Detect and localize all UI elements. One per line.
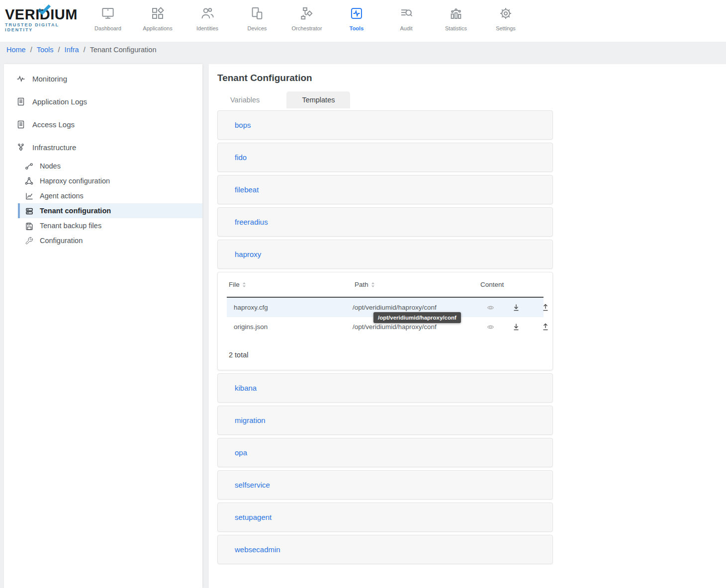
sidebar-item-label: Configuration xyxy=(40,237,83,245)
nav-label: Applications xyxy=(143,25,172,31)
template-section-freeradius[interactable]: freeradius xyxy=(217,207,553,237)
sidebar-item-label: Agent actions xyxy=(40,192,84,200)
nav-identities[interactable]: Identities xyxy=(182,0,232,42)
infrastructure-icon xyxy=(16,143,25,152)
main-content: Tenant Configuration Variables Templates… xyxy=(209,64,726,588)
breadcrumb-tools-link[interactable]: Tools xyxy=(37,46,54,54)
sort-icon[interactable] xyxy=(242,282,246,288)
nodes-icon xyxy=(25,162,33,170)
template-section-opa[interactable]: opa xyxy=(217,438,553,467)
monitoring-pulse-icon xyxy=(16,75,25,83)
sidebar-item-nodes[interactable]: Nodes xyxy=(18,159,202,173)
template-section-kibana[interactable]: kibana xyxy=(217,373,553,403)
sidebar-item-infrastructure[interactable]: Infrastructure xyxy=(4,136,202,159)
template-section-setupagent[interactable]: setupagent xyxy=(217,503,553,532)
upload-button[interactable] xyxy=(529,323,562,332)
upload-icon xyxy=(541,303,550,312)
nav-settings[interactable]: Settings xyxy=(481,0,531,42)
template-link[interactable]: kibana xyxy=(235,384,257,392)
download-icon xyxy=(512,323,521,332)
file-table-header: File Path Content xyxy=(227,272,544,298)
nav-label: Tools xyxy=(350,25,364,31)
sidebar-item-application-logs[interactable]: Application Logs xyxy=(4,90,202,113)
upload-button[interactable] xyxy=(529,303,562,312)
template-link[interactable]: haproxy xyxy=(235,250,261,258)
nav-label: Audit xyxy=(400,25,412,31)
template-section-websecadmin[interactable]: websecadmin xyxy=(217,535,553,564)
nav-label: Dashboard xyxy=(94,25,121,31)
breadcrumb-current: Tenant Configuration xyxy=(90,46,157,54)
download-icon xyxy=(512,303,521,312)
nav-tools[interactable]: Tools xyxy=(332,0,381,42)
template-section-filebeat[interactable]: filebeat xyxy=(217,175,553,204)
nav-dashboard[interactable]: Dashboard xyxy=(83,0,133,42)
template-link[interactable]: migration xyxy=(235,416,266,424)
sidebar-item-label: Monitoring xyxy=(32,75,67,83)
template-link[interactable]: setupagent xyxy=(235,513,272,521)
server-stack-icon xyxy=(25,207,33,215)
sidebar-item-monitoring[interactable]: Monitoring xyxy=(4,67,202,90)
nav-devices[interactable]: Devices xyxy=(232,0,282,42)
veridium-logo[interactable]: VERIDIUM TRUSTED DIGITAL IDENTITY xyxy=(5,7,85,32)
upload-icon xyxy=(541,323,550,332)
sidebar-item-label: Nodes xyxy=(40,162,61,170)
view-content-button[interactable] xyxy=(477,304,503,312)
nav-applications[interactable]: Applications xyxy=(133,0,182,42)
sidebar-item-label: Haproxy configuration xyxy=(40,177,110,185)
breadcrumb-home-link[interactable]: Home xyxy=(6,46,26,54)
nav-label: Statistics xyxy=(445,25,467,31)
sidebar-item-label: Tenant configuration xyxy=(40,207,111,215)
page-title: Tenant Configuration xyxy=(217,73,726,84)
sidebar-item-access-logs[interactable]: Access Logs xyxy=(4,113,202,136)
haproxy-nodes-icon xyxy=(25,177,33,185)
nav-statistics[interactable]: Statistics xyxy=(431,0,481,42)
sort-icon[interactable] xyxy=(371,282,375,288)
file-path: /opt/veridiumid/haproxy/conf xyxy=(353,323,477,331)
document-icon xyxy=(16,97,25,106)
breadcrumb-separator: / xyxy=(84,46,86,54)
sidebar-item-agent-actions[interactable]: Agent actions xyxy=(18,188,202,203)
statistics-icon xyxy=(449,6,463,21)
column-header-path[interactable]: Path xyxy=(353,281,477,288)
column-header-file[interactable]: File xyxy=(227,281,353,288)
template-link[interactable]: freeradius xyxy=(235,218,268,226)
nav-audit[interactable]: Audit xyxy=(381,0,431,42)
audit-icon xyxy=(399,6,414,21)
logo-check-icon xyxy=(35,3,52,16)
document-icon xyxy=(16,120,25,129)
template-link[interactable]: fido xyxy=(235,153,247,162)
template-section-selfservice[interactable]: selfservice xyxy=(217,470,553,500)
download-button[interactable] xyxy=(503,323,529,332)
settings-gear-icon xyxy=(498,6,513,21)
template-link[interactable]: filebeat xyxy=(235,185,259,194)
template-section-migration[interactable]: migration xyxy=(217,406,553,435)
column-header-content: Content xyxy=(477,281,544,288)
wrench-icon xyxy=(25,237,33,245)
breadcrumb-infra-link[interactable]: Infra xyxy=(65,46,79,54)
template-section-fido[interactable]: fido xyxy=(217,143,553,172)
tab-variables[interactable]: Variables xyxy=(217,91,272,108)
template-section-haproxy[interactable]: haproxy xyxy=(217,240,553,269)
identities-icon xyxy=(200,6,215,21)
eye-icon xyxy=(486,323,495,331)
template-link[interactable]: selfservice xyxy=(235,481,270,489)
nav-orchestrator[interactable]: Orchestrator xyxy=(282,0,332,42)
view-content-button[interactable] xyxy=(477,323,503,331)
eye-icon xyxy=(486,304,495,312)
breadcrumb-separator: / xyxy=(58,46,60,54)
template-link[interactable]: opa xyxy=(235,448,247,457)
dashboard-icon xyxy=(100,6,115,21)
template-link[interactable]: websecadmin xyxy=(235,545,280,554)
sidebar-item-haproxy-configuration[interactable]: Haproxy configuration xyxy=(18,173,202,188)
sidebar-item-label: Application Logs xyxy=(32,97,87,106)
sidebar-item-tenant-configuration[interactable]: Tenant configuration xyxy=(18,203,202,218)
sidebar-item-configuration[interactable]: Configuration xyxy=(18,233,202,248)
nav-label: Orchestrator xyxy=(291,25,322,31)
tab-templates[interactable]: Templates xyxy=(286,91,350,108)
template-section-bops[interactable]: bops xyxy=(217,110,553,140)
template-link[interactable]: bops xyxy=(235,121,251,129)
sidebar-item-label: Infrastructure xyxy=(32,143,76,152)
sidebar-item-tenant-backup-files[interactable]: Tenant backup files xyxy=(18,218,202,233)
nav-label: Devices xyxy=(247,25,267,31)
download-button[interactable] xyxy=(503,303,529,312)
